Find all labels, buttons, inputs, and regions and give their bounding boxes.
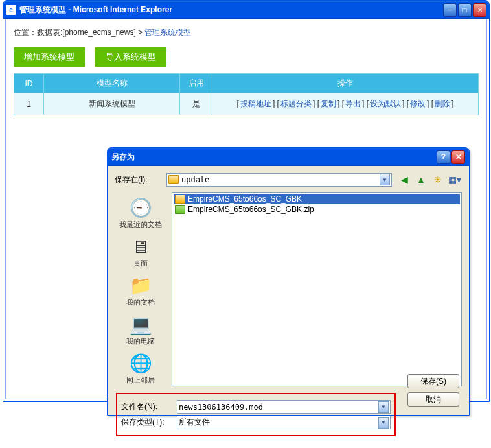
file-item-zip[interactable]: EmpireCMS_65to66os_SC_GBK.zip: [174, 204, 460, 215]
minimize-button[interactable]: ─: [443, 3, 457, 17]
place-mycomp[interactable]: 💻 我的电脑: [113, 311, 168, 348]
filename-combo[interactable]: news1306136409.mod ▼: [177, 400, 391, 414]
filetype-value: 所有文件: [179, 417, 378, 428]
file-list[interactable]: EmpireCMS_65to66os_SC_GBK EmpireCMS_65to…: [172, 192, 462, 386]
place-desktop-label: 桌面: [133, 259, 148, 268]
chevron-down-icon[interactable]: ▼: [380, 174, 390, 185]
cancel-button[interactable]: 取消: [407, 392, 459, 407]
op-set-default[interactable]: 设为默认: [370, 99, 401, 108]
place-desktop[interactable]: 🖥 桌面: [113, 233, 168, 270]
ie-icon: e: [6, 5, 16, 15]
cell-ops: [投稿地址] [标题分类] [复制] [导出] [设为默认] [修改] [删除]: [212, 93, 479, 115]
op-edit[interactable]: 修改: [410, 99, 426, 108]
th-name: 模型名称: [44, 74, 180, 93]
folder-icon: [175, 195, 185, 204]
save-in-folder: update: [181, 175, 380, 184]
breadcrumb: 位置：数据表:[phome_ecms_news] > 管理系统模型: [14, 27, 479, 38]
folder-icon: [168, 175, 179, 184]
file-name: EmpireCMS_65to66os_SC_GBK: [188, 195, 302, 204]
back-icon[interactable]: ◀: [397, 172, 411, 187]
dialog-titlebar: 另存为 ? ✕: [108, 148, 469, 166]
views-icon[interactable]: ▦▾: [448, 172, 462, 187]
filetype-combo[interactable]: 所有文件 ▼: [177, 416, 391, 429]
import-model-button[interactable]: 导入系统模型: [95, 47, 166, 67]
filename-value: news1306136409.mod: [179, 403, 378, 412]
network-icon: 🌐: [129, 351, 152, 375]
th-ops: 操作: [212, 74, 479, 93]
place-recent-label: 我最近的文档: [119, 220, 162, 230]
cell-id: 1: [14, 93, 44, 115]
ie-titlebar: e 管理系统模型 - Microsoft Internet Explorer ─…: [3, 1, 489, 19]
th-id: ID: [14, 74, 44, 93]
zip-icon: [175, 205, 185, 214]
ie-title: 管理系统模型 - Microsoft Internet Explorer: [19, 5, 443, 16]
table-row: 1 新闻系统模型 是 [投稿地址] [标题分类] [复制] [导出] [设为默认…: [14, 93, 479, 115]
places-bar: 🕘 我最近的文档 🖥 桌面 📁 我的文档 💻 我的电脑 🌐 网上邻: [109, 192, 172, 389]
place-network-label: 网上邻居: [126, 375, 155, 385]
dialog-close-button[interactable]: ✕: [451, 150, 465, 164]
add-model-button[interactable]: 增加系统模型: [14, 47, 85, 67]
highlight-box: 文件名(N): news1306136409.mod ▼ 保存类型(T): 所有…: [116, 393, 396, 436]
dialog-title: 另存为: [111, 152, 437, 163]
op-submit-addr[interactable]: 投稿地址: [240, 99, 271, 108]
desktop-icon: 🖥: [129, 235, 152, 258]
breadcrumb-current[interactable]: 管理系统模型: [144, 28, 191, 37]
place-mydocs[interactable]: 📁 我的文档: [113, 272, 168, 309]
place-mydocs-label: 我的文档: [126, 298, 155, 307]
cell-enabled: 是: [180, 93, 212, 115]
place-network[interactable]: 🌐 网上邻居: [113, 350, 168, 386]
op-copy[interactable]: 复制: [321, 99, 336, 108]
save-in-label: 保存在(I):: [115, 174, 161, 185]
place-mycomp-label: 我的电脑: [126, 336, 155, 346]
save-in-combo[interactable]: update ▼: [166, 173, 392, 187]
new-folder-icon[interactable]: ✳: [431, 172, 445, 187]
mydocs-icon: 📁: [129, 274, 152, 297]
file-item-folder[interactable]: EmpireCMS_65to66os_SC_GBK: [174, 194, 460, 204]
file-name: EmpireCMS_65to66os_SC_GBK.zip: [188, 205, 314, 214]
model-table: ID 模型名称 启用 操作 1 新闻系统模型 是 [投稿地址] [标题分类] […: [14, 73, 479, 115]
save-as-dialog: 另存为 ? ✕ 保存在(I): update ▼ ◀ ▲ ✳ ▦▾ 🕘: [107, 147, 470, 416]
cell-name: 新闻系统模型: [44, 93, 180, 115]
dialog-help-button[interactable]: ?: [437, 150, 450, 164]
recent-icon: 🕘: [129, 196, 152, 219]
op-export[interactable]: 导出: [345, 99, 361, 108]
maximize-button[interactable]: □: [458, 3, 472, 17]
op-delete[interactable]: 删除: [435, 99, 450, 108]
close-button[interactable]: ✕: [473, 3, 486, 17]
place-recent[interactable]: 🕘 我最近的文档: [113, 195, 168, 231]
filetype-label: 保存类型(T):: [121, 417, 172, 428]
chevron-down-icon[interactable]: ▼: [378, 401, 389, 413]
mycomp-icon: 💻: [129, 312, 152, 336]
op-title-cat[interactable]: 标题分类: [280, 99, 312, 108]
filename-label: 文件名(N):: [121, 401, 172, 412]
th-enabled: 启用: [180, 74, 212, 93]
up-icon[interactable]: ▲: [414, 172, 428, 187]
save-button[interactable]: 保存(S): [407, 374, 459, 388]
chevron-down-icon[interactable]: ▼: [378, 417, 389, 429]
breadcrumb-prefix: 位置：数据表:[phome_ecms_news] >: [14, 28, 144, 37]
